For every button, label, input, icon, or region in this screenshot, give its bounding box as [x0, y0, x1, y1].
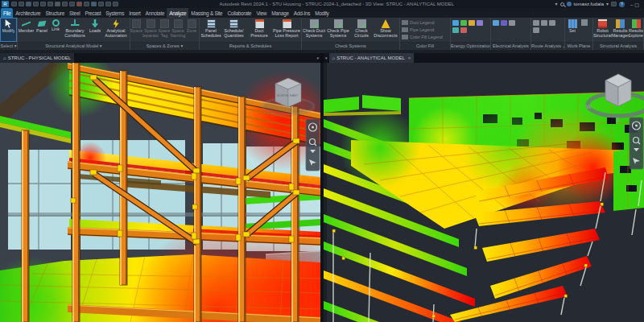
ribbon-tab-systems[interactable]: Systems: [103, 8, 126, 18]
ribbon-tab-file[interactable]: File: [1, 8, 13, 18]
home-icon: ⌂: [3, 54, 6, 62]
navigation-bar[interactable]: [306, 119, 320, 171]
ribbon-tab-architecture[interactable]: Architecture: [13, 8, 43, 18]
boundary-conditions-button[interactable]: Boundary Conditions: [62, 18, 88, 42]
ribbon-tab-collaborate[interactable]: Collaborate: [225, 8, 254, 18]
tab-struc-physical-model[interactable]: ⌂ STRUC - PHYSICAL MODEL: [0, 53, 74, 63]
close-view-icon[interactable]: ×: [408, 56, 411, 60]
eo-5-icon[interactable]: [452, 27, 459, 33]
ribbon-tab-insert[interactable]: Insert: [126, 8, 142, 18]
user-menu-caret[interactable]: ▾: [606, 2, 609, 6]
viewer-button[interactable]: [580, 18, 589, 42]
ra-3-icon[interactable]: [549, 20, 555, 26]
tab-struc-analytical-model[interactable]: ⌂ STRUC - ANALYTICAL MODEL ×: [329, 53, 415, 63]
panel-label[interactable]: Select ▾: [0, 42, 17, 50]
viewport-physical-model[interactable]: NORTH EAST: [0, 63, 320, 322]
panel-schedules-button[interactable]: Panel Schedules: [200, 18, 222, 42]
ea-3-icon[interactable]: [509, 20, 515, 26]
eo-1-icon[interactable]: [452, 20, 459, 26]
panel-label[interactable]: Route Analysis ⌄: [531, 42, 564, 50]
eo-4-icon[interactable]: [477, 20, 483, 26]
app-menu-icon[interactable]: [11, 2, 17, 6]
results-explorer-button[interactable]: Results Explorer: [629, 18, 643, 42]
duct-report-icon: [255, 19, 264, 28]
check-circuits-button[interactable]: Check Circuits: [350, 18, 373, 42]
panel-label[interactable]: Reports & Schedules: [200, 42, 301, 50]
measure-icon[interactable]: [62, 2, 68, 6]
panel-label[interactable]: Energy Optimization: [451, 42, 490, 50]
eo-6-icon[interactable]: [460, 27, 467, 33]
open-icon[interactable]: [19, 2, 24, 6]
user-avatar[interactable]: [567, 2, 572, 6]
restore-button[interactable]: ▢: [634, 2, 641, 7]
results-manager-button[interactable]: Results Manager: [612, 18, 629, 42]
panel-label[interactable]: Color Fill: [400, 42, 450, 50]
viewcube-face-north[interactable]: NORTH: [277, 93, 288, 97]
ribbon-tab-add-ins[interactable]: Add-Ins: [291, 8, 312, 18]
check-duct-systems-button[interactable]: Check Duct Systems: [302, 18, 326, 42]
schedule-quantities-button[interactable]: Schedule/ Quantities: [222, 18, 246, 42]
eo-3-icon[interactable]: [469, 20, 475, 26]
loads-button[interactable]: Loads: [88, 18, 102, 42]
ribbon-tab-analyze[interactable]: Analyze: [167, 8, 188, 18]
ribbon-tab-manage[interactable]: Manage: [269, 8, 291, 18]
sync-icon[interactable]: [33, 2, 39, 6]
ribbon-tab-steel[interactable]: Steel: [67, 8, 82, 18]
ribbon-tab-massing-site[interactable]: Massing & Site: [188, 8, 225, 18]
show-disconnects-button[interactable]: Show Disconnects: [373, 18, 398, 42]
help-icon[interactable]: ?: [619, 2, 625, 7]
viewcube-south[interactable]: S: [616, 117, 620, 122]
link-button[interactable]: Link: [49, 18, 62, 42]
set-button[interactable]: Set: [565, 18, 580, 42]
panel-label[interactable]: Structural Analysis: [593, 42, 643, 50]
redo-icon[interactable]: [47, 2, 53, 6]
panel-label[interactable]: Work Plane: [565, 42, 592, 50]
viewport-analytical-model[interactable]: W S E: [324, 63, 644, 322]
ea-1-icon[interactable]: [493, 20, 499, 26]
tag-icon[interactable]: [76, 2, 82, 6]
physical-model-canvas[interactable]: NORTH EAST: [0, 63, 320, 322]
modify-button[interactable]: Modify: [0, 18, 17, 42]
viewcube-west[interactable]: W: [586, 104, 592, 109]
save-icon[interactable]: [26, 2, 31, 6]
ra-2-icon[interactable]: [541, 20, 547, 26]
print-icon[interactable]: [55, 2, 60, 6]
panel-label[interactable]: Spaces & Zones ▾: [130, 42, 199, 50]
navigation-bar[interactable]: [630, 118, 643, 169]
section-icon[interactable]: [98, 2, 104, 6]
search-icon[interactable]: [560, 2, 564, 6]
signed-in-user[interactable]: tomasz.fudala: [574, 2, 604, 6]
undo-icon[interactable]: [40, 2, 46, 6]
revit-logo-icon[interactable]: R: [2, 1, 9, 7]
ra-1-icon[interactable]: [533, 20, 539, 26]
panel-button[interactable]: Panel: [35, 18, 49, 42]
viewcube-face-east[interactable]: EAST: [290, 93, 299, 97]
legend-icon: [402, 20, 408, 25]
duct-pressure-loss-report-button[interactable]: Duct Pressure Loss Report: [246, 18, 273, 42]
panel-label[interactable]: Structural Analytical Model ▾: [18, 42, 130, 50]
ribbon-tab-precast[interactable]: Precast: [82, 8, 103, 18]
ribbon-tab-annotate[interactable]: Annotate: [143, 8, 167, 18]
app-store-icon[interactable]: [611, 2, 617, 6]
analytical-automation-button[interactable]: Analytical Automation: [102, 18, 130, 42]
dimension-icon[interactable]: [69, 2, 75, 6]
ribbon-tab-structure[interactable]: Structure: [43, 8, 67, 18]
panel-label[interactable]: Electrical Analysis: [491, 42, 530, 50]
text-icon[interactable]: [84, 2, 89, 6]
window-controls[interactable]: –▢: [630, 2, 641, 7]
search-caret[interactable]: ▾: [555, 2, 558, 6]
check-pipe-systems-button[interactable]: Check Pipe Systems: [326, 18, 350, 42]
ribbon-tab-modify[interactable]: Modify: [312, 8, 331, 18]
eo-2-icon[interactable]: [460, 20, 467, 26]
panel-label[interactable]: Check Systems: [302, 42, 399, 50]
ea-2-icon[interactable]: [501, 20, 507, 26]
thin-lines-icon[interactable]: [105, 2, 111, 6]
visibility-icon[interactable]: [113, 2, 118, 6]
robot-structural-analysis-button[interactable]: Robot Structural Analysis: [593, 18, 612, 42]
ra-4-icon[interactable]: [533, 27, 539, 33]
pipe-pressure-loss-report-button[interactable]: Pipe Pressure Loss Report: [273, 18, 300, 42]
member-button[interactable]: Member: [18, 18, 35, 42]
3d-view-icon[interactable]: [91, 2, 97, 6]
analytical-model-canvas[interactable]: W S E: [324, 63, 644, 322]
ribbon-tab-view[interactable]: View: [254, 8, 269, 18]
